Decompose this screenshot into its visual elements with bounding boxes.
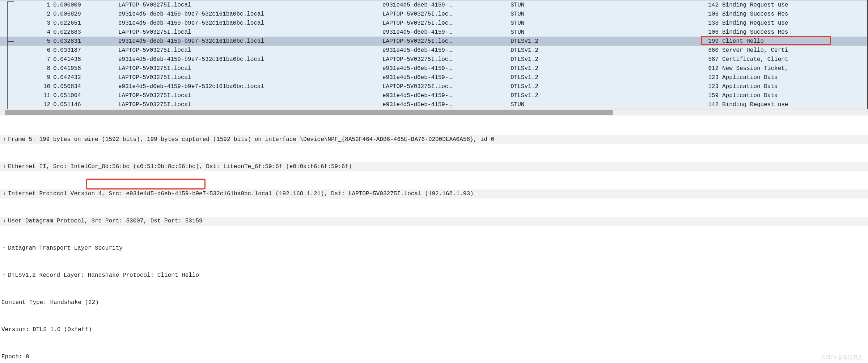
- col-len: 138: [700, 20, 722, 26]
- col-dst: e931e4d5-d6eb-4159-…: [382, 101, 511, 108]
- col-no: 8: [24, 65, 53, 72]
- packet-row[interactable]: 110.051064LAPTOP-5V03275I.locale931e4d5-…: [0, 91, 867, 100]
- packet-row[interactable]: 90.042432LAPTOP-5V03275I.locale931e4d5-d…: [0, 73, 867, 82]
- col-proto: STUN: [511, 11, 700, 17]
- col-info: New Session Ticket,: [722, 65, 867, 72]
- detail-ethernet[interactable]: Ethernet II, Src: IntelCor_8d:56:bc (a0:…: [0, 162, 868, 171]
- detail-record-layer[interactable]: DTLSv1.2 Record Layer: Handshake Protoco…: [0, 271, 868, 280]
- col-no: 5: [24, 38, 53, 45]
- col-no: 7: [24, 56, 53, 63]
- col-src: LAPTOP-5V03275I.local: [118, 101, 382, 108]
- detail-frame[interactable]: Frame 5: 199 bytes on wire (1592 bits), …: [0, 135, 868, 144]
- detail-text: Frame 5: 199 bytes on wire (1592 bits), …: [8, 135, 494, 144]
- col-len: 106: [700, 11, 722, 17]
- col-src: LAPTOP-5V03275I.local: [118, 2, 382, 8]
- detail-text: DTLSv1.2 Record Layer: Handshake Protoco…: [8, 271, 199, 280]
- col-info: Application Data: [722, 83, 867, 90]
- col-len: 159: [700, 92, 722, 99]
- detail-udp[interactable]: User Datagram Protocol, Src Port: 53007,…: [0, 217, 868, 226]
- detail-text: Ethernet II, Src: IntelCor_8d:56:bc (a0:…: [8, 162, 352, 171]
- packet-row[interactable]: 80.041958LAPTOP-5V03275I.locale931e4d5-d…: [0, 64, 867, 73]
- col-time: 0.041438: [53, 56, 118, 63]
- col-src: LAPTOP-5V03275I.local: [118, 29, 382, 36]
- packet-row[interactable]: 50.032831e931e4d5-d6eb-4159-b9e7-532c161…: [0, 37, 867, 46]
- packet-row[interactable]: 100.050834e931e4d5-d6eb-4159-b9e7-532c16…: [0, 82, 867, 91]
- col-time: 0.033187: [53, 47, 118, 54]
- detail-text: Datagram Transport Layer Security: [8, 244, 123, 253]
- packet-row[interactable]: 60.033187LAPTOP-5V03275I.locale931e4d5-d…: [0, 46, 867, 55]
- col-len: 123: [700, 83, 722, 90]
- scrollbar-thumb[interactable]: [5, 110, 613, 115]
- col-info: Application Data: [722, 74, 867, 81]
- col-no: 1: [24, 2, 53, 8]
- col-proto: STUN: [511, 101, 700, 108]
- col-src: LAPTOP-5V03275I.local: [118, 65, 382, 72]
- col-time: 0.000000: [53, 2, 118, 8]
- expand-icon[interactable]: [1, 217, 7, 226]
- col-time: 0.022651: [53, 20, 118, 26]
- collapse-icon[interactable]: [1, 271, 7, 280]
- col-no: 10: [24, 83, 53, 90]
- col-info: Binding Request use: [722, 20, 867, 26]
- col-no: 2: [24, 11, 53, 17]
- packet-row[interactable]: 120.051146LAPTOP-5V03275I.locale931e4d5-…: [0, 100, 867, 109]
- col-no: 3: [24, 20, 53, 26]
- packet-row[interactable]: 20.006829e931e4d5-d6eb-4159-b9e7-532c161…: [0, 9, 867, 18]
- detail-dtls[interactable]: Datagram Transport Layer Security: [0, 244, 868, 253]
- col-dst: e931e4d5-d6eb-4159-…: [382, 47, 511, 54]
- packet-row[interactable]: 40.022883LAPTOP-5V03275I.locale931e4d5-d…: [0, 28, 867, 37]
- collapse-icon[interactable]: [1, 244, 7, 253]
- col-len: 123: [700, 74, 722, 81]
- col-len: 660: [700, 47, 722, 54]
- packet-details-pane[interactable]: Frame 5: 199 bytes on wire (1592 bits), …: [0, 116, 868, 363]
- col-proto: STUN: [511, 2, 700, 8]
- col-src: e931e4d5-d6eb-4159-b9e7-532c161ba0bc.loc…: [118, 11, 382, 17]
- col-dst: e931e4d5-d6eb-4159-…: [382, 65, 511, 72]
- packet-row[interactable]: 10.000000LAPTOP-5V03275I.locale931e4d5-d…: [0, 0, 867, 9]
- col-time: 0.051064: [53, 92, 118, 99]
- packet-row[interactable]: 70.041438e931e4d5-d6eb-4159-b9e7-532c161…: [0, 55, 867, 64]
- col-proto: DTLSv1.2: [511, 83, 700, 90]
- col-info: Certificate, Client: [722, 56, 867, 63]
- col-len: 587: [700, 56, 722, 63]
- col-dst: LAPTOP-5V03275I.loc…: [382, 56, 511, 63]
- col-len: 106: [700, 29, 722, 36]
- detail-epoch[interactable]: Epoch: 0: [0, 352, 868, 362]
- col-dst: e931e4d5-d6eb-4159-…: [382, 2, 511, 8]
- col-proto: DTLSv1.2: [511, 92, 700, 99]
- detail-text: Content Type: Handshake (22): [1, 298, 99, 307]
- col-time: 0.006829: [53, 11, 118, 17]
- col-no: 9: [24, 74, 53, 81]
- col-src: LAPTOP-5V03275I.local: [118, 74, 382, 81]
- horizontal-scrollbar[interactable]: [0, 109, 868, 116]
- col-proto: STUN: [511, 29, 700, 36]
- col-src: e931e4d5-d6eb-4159-b9e7-532c161ba0bc.loc…: [118, 56, 382, 63]
- detail-text: User Datagram Protocol, Src Port: 53007,…: [8, 217, 203, 226]
- detail-content-type[interactable]: Content Type: Handshake (22): [0, 298, 868, 307]
- col-no: 6: [24, 47, 53, 54]
- expand-icon[interactable]: [1, 189, 7, 199]
- col-src: e931e4d5-d6eb-4159-b9e7-532c161ba0bc.loc…: [118, 20, 382, 26]
- col-src: e931e4d5-d6eb-4159-b9e7-532c161ba0bc.loc…: [118, 83, 382, 90]
- packet-row[interactable]: 30.022651e931e4d5-d6eb-4159-b9e7-532c161…: [0, 18, 867, 28]
- col-src: LAPTOP-5V03275I.local: [118, 92, 382, 99]
- packet-list[interactable]: 10.000000LAPTOP-5V03275I.locale931e4d5-d…: [0, 0, 868, 109]
- col-time: 0.022883: [53, 29, 118, 36]
- expand-icon[interactable]: [1, 135, 7, 144]
- col-proto: DTLSv1.2: [511, 65, 700, 72]
- expand-icon[interactable]: [1, 162, 7, 171]
- col-src: LAPTOP-5V03275I.local: [118, 47, 382, 54]
- col-no: 4: [24, 29, 53, 36]
- col-no: 11: [24, 92, 53, 99]
- col-src: e931e4d5-d6eb-4159-b9e7-532c161ba0bc.loc…: [118, 38, 382, 45]
- detail-version-value: DTLS 1.0 (0xfeff): [29, 325, 92, 334]
- col-proto: DTLSv1.2: [511, 47, 700, 54]
- detail-version[interactable]: Version: DTLS 1.0 (0xfeff): [0, 325, 868, 334]
- detail-ip[interactable]: Internet Protocol Version 4, Src: e931e4…: [0, 189, 868, 199]
- col-info: Binding Request use: [722, 101, 867, 108]
- col-dst: e931e4d5-d6eb-4159-…: [382, 74, 511, 81]
- col-dst: LAPTOP-5V03275I.loc…: [382, 83, 511, 90]
- detail-text: Internet Protocol Version 4, Src: e931e4…: [8, 189, 474, 199]
- col-time: 0.042432: [53, 74, 118, 81]
- col-no: 12: [24, 101, 53, 108]
